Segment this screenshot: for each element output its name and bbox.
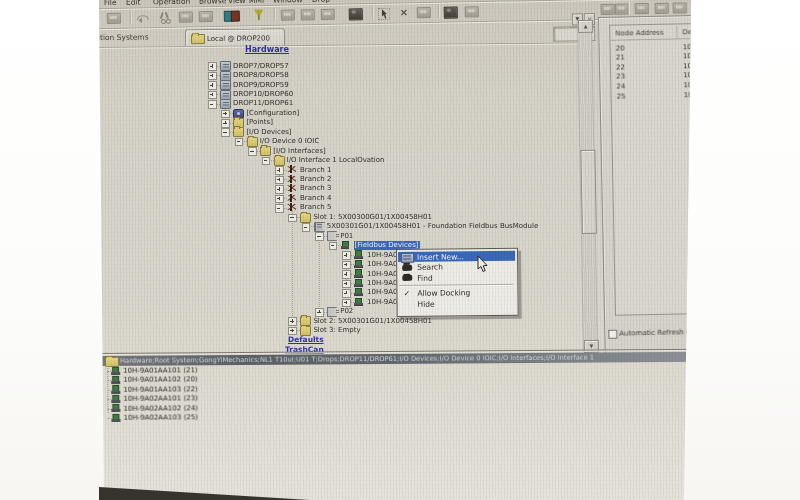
expand-plus-icon[interactable] [342,289,351,298]
binoculars-icon [402,275,412,281]
expand-plus-icon[interactable] [342,299,351,308]
tree-item-label: DROP8/DROP58 [233,71,289,80]
expand-plus-icon[interactable] [208,91,217,100]
fieldbus-device-icon [111,366,120,374]
device-name-value: 10H-9A01AA102 [683,42,741,52]
collapse-minus-icon[interactable] [235,138,244,147]
search-result-label: 10H-9A01AA103 (22) [123,385,198,394]
tree-item-label: 5X00301G01/1X00458H01 - Foundation Field… [327,222,538,231]
collapse-minus-icon[interactable] [302,223,311,232]
folder-icon [300,213,311,223]
expand-plus-icon[interactable] [221,110,230,119]
expand-plus-icon[interactable] [342,270,351,279]
folder-icon [274,156,285,166]
collapse-minus-icon[interactable] [275,204,284,213]
expand-plus-icon[interactable] [275,166,284,175]
menu-item-find[interactable]: Find [398,271,515,283]
tree-item-label: P01 [340,232,353,241]
fbdev-icon [354,250,363,258]
tree-item-label: Slot 2: 5X00301G01/1X00458H01 [313,317,432,326]
search-result-label: 10H-9A02AA102 (24) [123,404,198,413]
application-screen: FileEditOperationBrowseViewMMIWindowDrop… [0,0,800,500]
fieldbus-device-icon [111,376,120,384]
tree-item-label: DROP10/DROP60 [233,90,293,99]
expand-plus-icon[interactable] [288,317,297,326]
automatic-refresh-checkbox[interactable] [608,330,617,339]
drop-icon [220,80,231,90]
collapse-minus-icon[interactable] [288,214,297,223]
fieldbus-device-icon [111,385,120,393]
folder-icon [260,146,271,156]
fbdev-icon [354,269,363,277]
menu-item-hide[interactable]: Hide [399,297,516,309]
collapse-minus-icon[interactable] [248,147,257,156]
port-icon [327,231,337,241]
tree-item-label: [Points] [246,118,273,127]
device-name-value: 10H-9A02AA101 [683,70,741,80]
node-address-pane: Node AddressDevice2010H-9A01AA1022110H-9… [598,15,701,358]
module-icon [314,222,325,232]
expand-plus-icon[interactable] [342,261,351,270]
menu-item-label: Find [417,273,432,282]
fbdev-icon [354,298,363,306]
node-address-value: 24 [616,82,625,91]
branch-icon [287,194,296,202]
fieldbus-device-icon [111,413,120,421]
column-header-node-address[interactable]: Node Address [615,29,664,39]
expand-plus-icon[interactable] [221,119,230,128]
fbdev-icon [354,279,363,287]
collapse-minus-icon[interactable] [315,232,324,241]
tree-item-label: Branch 1 [300,166,331,175]
drop-icon [220,99,231,109]
checkmark-icon: ✓ [403,288,410,297]
expand-plus-icon[interactable] [342,251,351,260]
expand-plus-icon[interactable] [315,308,324,317]
collapse-minus-icon[interactable] [262,157,271,166]
tree-root-link-hardware[interactable]: Hardware [245,45,289,55]
expand-plus-icon[interactable] [208,72,217,81]
expand-plus-icon[interactable] [208,81,217,90]
expand-plus-icon[interactable] [342,280,351,289]
tree-item-label: DROP11/DROP61 [233,99,293,108]
search-result-label: 10H-9A02AA103 (25) [123,413,198,422]
node-address-value: 22 [616,63,625,72]
branch-icon [287,165,296,173]
node-address-value: 21 [616,54,625,63]
tree-item-label: [I/O Interfaces] [273,147,326,156]
scrollbar-thumb[interactable] [580,150,597,234]
tree-item-label: Slot 1: 5X00300G01/1X00458H01 [313,213,432,222]
tree-item-label: P02 [340,307,353,316]
device-name-value: 10H-9A01AA103 [683,61,741,71]
tree-item-label: Branch 4 [300,194,331,203]
search-result-label: 10H-9A02AA101 (23) [123,395,198,404]
tree-item-label: DROP7/DROP57 [233,62,289,71]
scroll-up-button[interactable]: ▲ [578,20,593,33]
menu-item-label: Search [417,263,443,272]
automatic-refresh-label: Automatic Refresh (every 30 secs) [619,327,740,338]
collapse-minus-icon[interactable] [221,128,230,137]
search-results-pane: Hardware;Root System;GongYiMechanics;NL1… [99,348,692,500]
branch-icon [287,184,296,192]
fieldbus-device-icon [111,404,120,412]
menu-item-label: Allow Docking [417,288,470,298]
collapse-minus-icon[interactable] [329,242,338,251]
tree-root-link-defaults[interactable]: Defaults [288,335,324,345]
expand-plus-icon[interactable] [275,195,284,204]
mouse-cursor [477,256,489,273]
tree-item-label: Branch 2 [300,175,331,184]
tree-item-label: [Configuration] [246,109,299,118]
column-header-device[interactable]: Device [682,28,706,37]
search-result-label: 10H-9A01AA102 (20) [123,376,198,385]
collapse-minus-icon[interactable] [208,100,217,109]
expand-plus-icon[interactable] [275,176,284,185]
node-address-value: 20 [616,44,625,53]
search-result-row[interactable]: 10H-9A02AA103 (25) [99,411,499,423]
branch-icon [287,203,296,211]
menu-item-label: Hide [418,299,435,308]
fbdev-icon [341,241,350,249]
device-name-value: 10H-9A01AA101 [683,51,741,61]
expand-plus-icon[interactable] [275,185,284,194]
tree-item-label: DROP9/DROP59 [233,81,289,90]
expand-plus-icon[interactable] [208,62,217,71]
tree-item-label: Branch 3 [300,184,331,193]
